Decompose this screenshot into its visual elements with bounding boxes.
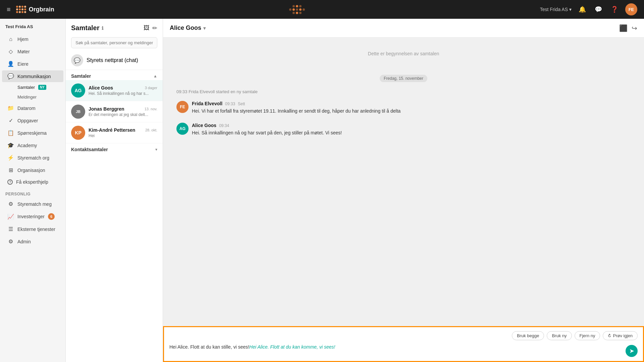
bruk-begge-button[interactable]: Bruk begge (512, 331, 544, 340)
sidebar-item-admin[interactable]: ⚙ Admin (2, 236, 63, 247)
sidebar-item-label: Datarom (17, 106, 36, 111)
sidebar-item-investeringer[interactable]: 📈 Investeringer 6 (2, 210, 63, 223)
sidebar-item-styrematch-org[interactable]: ⚡ Styrematch org (2, 152, 63, 164)
sidebar-item-meldinger[interactable]: Meldinger (2, 93, 63, 102)
conversations-title: Samtaler ℹ (71, 24, 103, 32)
send-button[interactable]: ➤ (626, 345, 638, 357)
conversation-item-kim[interactable]: KP Kim-André Pettersen 28. okt. Hei (66, 122, 163, 143)
search-input[interactable] (71, 37, 157, 48)
compose-text[interactable]: Hei Alice. Flott at du kan stille, vi se… (169, 344, 622, 357)
sidebar-item-externe-tjenester[interactable]: ☰ Eksterne tjenester (2, 223, 63, 235)
chat-contact-name[interactable]: Alice Goos ▾ (170, 24, 206, 32)
conversations-panel: Samtaler ℹ 🖼 ✏ 💬 Styrets nettprat (chat)… (66, 19, 163, 362)
chat-header: Alice Goos ▾ ⬛ ↪ (163, 19, 644, 38)
compose-normal-text: Hei Alice. Flott at du kan stille, vi se… (169, 344, 249, 350)
fjern-ny-button[interactable]: Fjern ny (575, 331, 600, 340)
sidebar-item-academy[interactable]: 🎓 Academy (2, 139, 63, 151)
system-message: 09:33 Frida Elvevoll started en ny samta… (176, 89, 631, 94)
sidebar-item-label: Møter (17, 49, 30, 54)
sidebar-item-kommunikasjon[interactable]: 💬 Kommunikasjon (2, 70, 63, 82)
styrematch-me-icon: ⚙ (7, 201, 14, 207)
message-avatar-ag: AG (176, 123, 189, 135)
logo-dot (21, 8, 23, 10)
logo-dot (16, 11, 18, 13)
sidebar-item-datarom[interactable]: 📁 Datarom (2, 102, 63, 114)
services-icon: ☰ (7, 226, 14, 232)
message-text: Hei. Så innkallingen nå og har svart på … (192, 129, 631, 136)
sidebar-item-eiere[interactable]: 👤 Eiere (2, 58, 63, 70)
sidebar-item-moter[interactable]: ◇ Møter (2, 46, 63, 57)
new-badge: NY (38, 85, 46, 90)
video-icon[interactable]: 🖼 (144, 24, 150, 32)
sidebar-item-organisasjon[interactable]: ⊞ Organisasjon (2, 164, 63, 176)
surveys-icon: 📋 (7, 130, 14, 136)
group-chat-name: Styrets nettprat (chat) (87, 57, 138, 63)
send-icon: ➤ (629, 347, 634, 355)
message-row: FE Frida Elvevoll 09:33 Sett Hei. Vi har… (176, 101, 631, 115)
sidebar-item-label: Kommunikasjon (17, 74, 51, 79)
menu-icon[interactable]: ≡ (7, 6, 11, 13)
help-icon[interactable]: ❓ (609, 4, 620, 15)
section-collapse-icon: ▲ (153, 74, 157, 78)
company-selector[interactable]: Test Frida AS ▾ (540, 7, 572, 12)
conv-preview: Hei (89, 133, 157, 138)
sidebar-item-styrematch-meg[interactable]: ⚙ Styrematch meg (2, 198, 63, 210)
sidebar-item-hjem[interactable]: ⌂ Hjem (2, 34, 63, 45)
prov-igjen-button[interactable]: ↻ Prøv igjen (603, 331, 638, 340)
notification-bell-icon[interactable]: 🔔 (577, 4, 588, 15)
conv-name: Jonas Berggren (89, 106, 124, 112)
sidebar-item-eksperthjelp[interactable]: ? Få eksperthjelp (2, 177, 63, 187)
message-avatar-fe: FE (176, 101, 189, 113)
sidebar-item-label: Academy (17, 143, 37, 148)
kontaktsamtaler-section-header[interactable]: Kontaktsamtaler ▾ (66, 143, 163, 154)
sidebar-sub-label: Samtaler (17, 85, 35, 90)
tasks-icon: ✓ (7, 117, 14, 124)
video-call-icon[interactable]: ⬛ (619, 24, 628, 32)
chat-icon[interactable]: 💬 (593, 4, 604, 15)
expert-icon: ? (7, 179, 13, 185)
sidebar-item-sporreskjema[interactable]: 📋 Spørreskjema (2, 127, 63, 139)
conversation-item-alice[interactable]: AG Alice Goos 3 dager Hei. Så innkalling… (66, 80, 163, 101)
date-divider: Fredag, 15. november (176, 75, 631, 81)
chat-area: Alice Goos ▾ ⬛ ↪ Dette er begynnelsen av… (163, 19, 644, 362)
compose-icon[interactable]: ✏ (152, 24, 157, 32)
sidebar-item-samtaler[interactable]: Samtaler NY (2, 83, 63, 92)
home-icon: ⌂ (7, 36, 14, 42)
sidebar-item-label: Investeringer (17, 214, 45, 219)
bruk-ny-button[interactable]: Bruk ny (547, 331, 572, 340)
chat-messages: Dette er begynnelsen av samtalen Fredag,… (163, 38, 644, 326)
topbar-right: Test Frida AS ▾ 🔔 💬 ❓ FE (540, 3, 637, 15)
sidebar-item-label: Hjem (17, 37, 29, 42)
compose-suggested-text: Hei Alice. Flott at du kan komme, vi see… (249, 344, 335, 350)
topbar-center (289, 5, 305, 14)
conv-info-jonas: Jonas Berggren 13. nov. Er det meningen … (89, 106, 157, 117)
chevron-down-icon: ▾ (203, 25, 206, 31)
sidebar-item-label: Organisasjon (17, 168, 45, 173)
conv-preview: Er det meningen at jeg skal delt... (89, 112, 157, 117)
group-chat-item[interactable]: 💬 Styrets nettprat (chat) (66, 51, 163, 70)
logo-dot (19, 6, 21, 8)
conv-time: 3 dager (145, 86, 157, 90)
samtaler-section-header[interactable]: Samtaler ▲ (66, 70, 163, 80)
conv-time: 28. okt. (145, 128, 157, 132)
contact-section-collapse-icon: ▾ (155, 147, 157, 152)
conv-preview: Hei. Så innkallingen nå og har s... (89, 91, 157, 96)
dataroom-icon: 📁 (7, 105, 14, 111)
main-content: Test Frida AS ⌂ Hjem ◇ Møter 👤 Eiere 💬 K… (0, 19, 644, 362)
owners-icon: 👤 (7, 61, 14, 67)
leave-chat-icon[interactable]: ↪ (632, 24, 637, 32)
sidebar-item-label: Eiere (17, 61, 29, 67)
logo: Orgbrain (16, 6, 54, 13)
message-sender-name: Frida Elvevoll (192, 101, 222, 106)
info-icon[interactable]: ℹ (102, 25, 103, 31)
logo-dot (16, 8, 18, 10)
message-time: 09:34 (219, 123, 229, 128)
message-row: AG Alice Goos 09:34 Hei. Så innkallingen… (176, 123, 631, 136)
conv-info-kim: Kim-André Pettersen 28. okt. Hei (89, 127, 157, 138)
conversation-item-jonas[interactable]: JB Jonas Berggren 13. nov. Er det mening… (66, 101, 163, 122)
avatar-alice: AG (71, 83, 85, 98)
sidebar-item-oppgaver[interactable]: ✓ Oppgaver (2, 115, 63, 126)
user-avatar[interactable]: FE (625, 3, 637, 15)
contact-section-title: Kontaktsamtaler (71, 147, 108, 152)
sidebar-item-label: Spørreskjema (17, 130, 47, 136)
